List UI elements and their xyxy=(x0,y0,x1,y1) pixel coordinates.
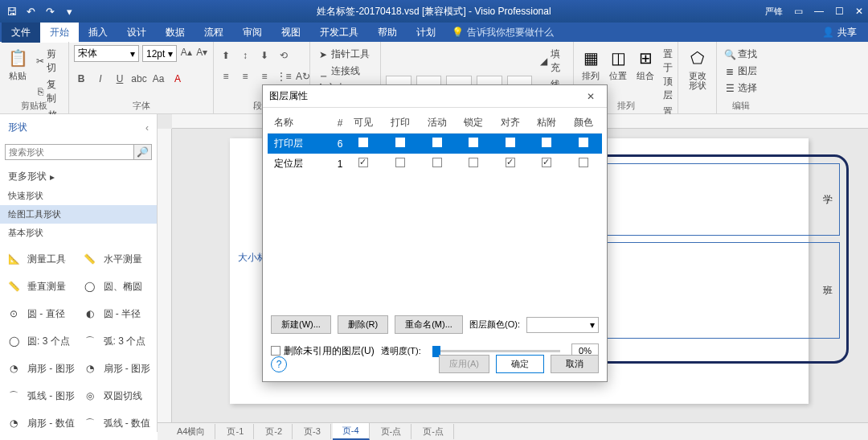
position-button[interactable]: ◫位置 xyxy=(606,45,630,82)
cat-draw[interactable]: 绘图工具形状 xyxy=(0,205,157,224)
col-count[interactable]: # xyxy=(335,113,346,134)
rename-layer-button[interactable]: 重命名(M)... xyxy=(395,315,463,334)
shape-item[interactable]: ◔扇形 - 数值 xyxy=(3,411,78,435)
menu-help[interactable]: 帮助 xyxy=(368,23,407,43)
shape-item[interactable]: ◎双圆切线 xyxy=(80,384,154,408)
new-layer-button[interactable]: 新建(W)... xyxy=(271,315,331,334)
shrink-font-icon[interactable]: A▾ xyxy=(195,45,208,60)
maximize-icon[interactable]: ☐ xyxy=(835,6,844,17)
close-icon[interactable]: ✕ xyxy=(855,6,863,17)
checkbox-icon[interactable] xyxy=(542,138,551,147)
share-button[interactable]: 👤 共享 xyxy=(811,23,868,43)
ok-button[interactable]: 确定 xyxy=(496,355,544,373)
fill-button[interactable]: ◢填充 xyxy=(537,47,568,76)
case-button[interactable]: Aa xyxy=(151,72,166,86)
checkbox-icon[interactable] xyxy=(395,158,405,167)
shape-item[interactable]: ⌒弧线 - 数值 xyxy=(80,411,154,435)
layer-button[interactable]: ≣图层 xyxy=(722,64,760,79)
change-shape-button[interactable]: ⬠更改形状 xyxy=(683,45,711,92)
cat-more[interactable]: 更多形状▸ xyxy=(0,167,157,187)
cut-button[interactable]: ✂剪切 xyxy=(34,47,63,76)
col-name[interactable]: 名称 xyxy=(268,113,335,134)
col-lock[interactable]: 锁定 xyxy=(455,113,492,134)
grow-font-icon[interactable]: A▴ xyxy=(180,45,193,60)
shape-item[interactable]: 📏水平测量 xyxy=(80,247,154,271)
col-print[interactable]: 打印 xyxy=(382,113,419,134)
tab-p3[interactable]: 页-3 xyxy=(294,424,331,439)
checkbox-icon[interactable] xyxy=(358,158,368,167)
menu-process[interactable]: 流程 xyxy=(194,23,233,43)
rotate-icon[interactable]: A↻ xyxy=(296,69,310,84)
underline-button[interactable]: U xyxy=(113,72,127,86)
font-name-combo[interactable]: 宋体▾ xyxy=(74,45,139,62)
shape-item[interactable]: ◔扇形 - 图形 xyxy=(80,356,154,380)
connector-tool[interactable]: ⎯连接线 xyxy=(315,64,372,79)
font-size-combo[interactable]: 12pt▾ xyxy=(142,45,177,62)
layer-color-combo[interactable]: ▾ xyxy=(526,317,599,333)
menu-review[interactable]: 审阅 xyxy=(233,23,272,43)
shape-item[interactable]: ◯圆、椭圆 xyxy=(80,274,154,298)
shape-item[interactable]: ◔扇形 - 图形 xyxy=(3,356,78,380)
strike-button[interactable]: abc xyxy=(132,72,146,86)
tab-a4[interactable]: A4横向 xyxy=(167,424,215,439)
shape-item[interactable]: 📏垂直测量 xyxy=(3,274,78,298)
layer-row[interactable]: 打印层6 xyxy=(268,134,602,154)
shape-item[interactable]: ⊙圆 - 直径 xyxy=(3,302,78,326)
menu-insert[interactable]: 插入 xyxy=(79,23,117,43)
user-name[interactable]: 严锋 xyxy=(765,6,783,18)
cat-basic[interactable]: 基本形状 xyxy=(0,224,157,242)
shape-item[interactable]: ◐圆 - 半径 xyxy=(80,302,154,326)
orientation-icon[interactable]: ⟲ xyxy=(276,48,291,63)
bring-front-button[interactable]: 置于顶层 xyxy=(661,47,675,103)
col-visible[interactable]: 可见 xyxy=(345,113,382,134)
shape-item[interactable]: ⌒弧: 3 个点 xyxy=(80,329,154,353)
align-bottom-icon[interactable]: ⬇ xyxy=(257,48,272,63)
dialog-close-button[interactable]: ✕ xyxy=(581,87,600,106)
col-glue[interactable]: 粘附 xyxy=(529,113,566,134)
shape-item[interactable]: ◯圆: 3 个点 xyxy=(3,329,78,353)
checkbox-icon[interactable] xyxy=(432,158,442,167)
apply-button[interactable]: 应用(A) xyxy=(439,355,489,373)
bold-button[interactable]: B xyxy=(74,72,88,86)
tab-p4[interactable]: 页-4 xyxy=(333,423,370,440)
checkbox-icon[interactable] xyxy=(506,158,515,167)
save-icon[interactable]: 🖫 xyxy=(5,5,18,18)
menu-view[interactable]: 视图 xyxy=(272,23,310,43)
col-active[interactable]: 活动 xyxy=(419,113,456,134)
cancel-button[interactable]: 取消 xyxy=(551,355,599,373)
checkbox-icon[interactable] xyxy=(579,158,588,167)
qat-dropdown-icon[interactable]: ▾ xyxy=(63,5,76,18)
search-button[interactable]: 🔎 xyxy=(134,144,152,160)
align-right-icon[interactable]: ≡ xyxy=(257,69,272,84)
search-shapes-input[interactable] xyxy=(5,144,134,160)
tab-p2[interactable]: 页-2 xyxy=(256,424,293,439)
menu-data[interactable]: 数据 xyxy=(156,23,194,43)
paste-button[interactable]: 📋 粘贴 xyxy=(5,45,31,82)
tab-ext1[interactable]: 页-点 xyxy=(371,424,412,439)
menu-file[interactable]: 文件 xyxy=(2,23,40,43)
minimize-icon[interactable]: — xyxy=(814,6,824,17)
bullets-icon[interactable]: ⋮≡ xyxy=(276,69,291,84)
find-button[interactable]: 🔍查找 xyxy=(722,47,760,62)
undo-icon[interactable]: ↶ xyxy=(24,5,37,18)
font-color-button[interactable]: A xyxy=(170,72,185,86)
col-color[interactable]: 颜色 xyxy=(565,113,602,134)
tab-p1[interactable]: 页-1 xyxy=(217,424,254,439)
menu-home[interactable]: 开始 xyxy=(40,23,79,43)
menu-design[interactable]: 设计 xyxy=(117,23,156,43)
ribbon-options-icon[interactable]: ▭ xyxy=(794,6,803,17)
delete-layer-button[interactable]: 删除(R) xyxy=(338,315,388,334)
shape-item[interactable]: ⌒弧线 - 图形 xyxy=(3,384,78,408)
pointer-tool[interactable]: ➤指针工具 xyxy=(315,47,372,62)
align-middle-icon[interactable]: ↕ xyxy=(238,48,252,63)
checkbox-icon[interactable] xyxy=(395,138,405,147)
redo-icon[interactable]: ↷ xyxy=(43,5,56,18)
help-button[interactable]: ? xyxy=(271,356,287,372)
checkbox-icon[interactable] xyxy=(542,158,551,167)
layer-row[interactable]: 定位层1 xyxy=(268,154,602,174)
cat-quick[interactable]: 快速形状 xyxy=(0,187,157,205)
checkbox-icon[interactable] xyxy=(469,138,478,147)
checkbox-icon[interactable] xyxy=(506,138,515,147)
tell-me[interactable]: 💡 告诉我你想要做什么 xyxy=(452,26,554,39)
checkbox-icon[interactable] xyxy=(432,138,442,147)
